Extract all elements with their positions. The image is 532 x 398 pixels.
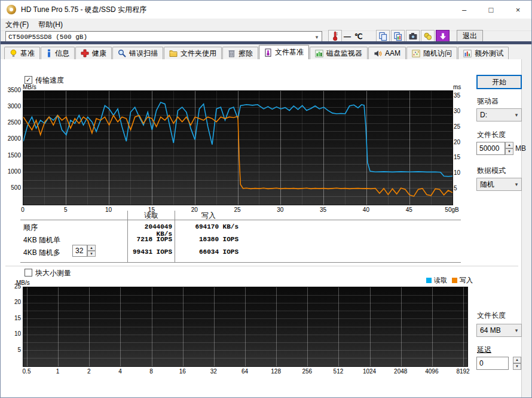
data-mode-select[interactable]: 随机 ▾	[476, 178, 522, 191]
row-label-sequential: 顺序	[23, 223, 38, 233]
tab-label: 额外测试	[475, 48, 503, 59]
exit-button[interactable]: 退出	[457, 30, 483, 42]
file-length-unit: MB	[515, 144, 526, 153]
chart1-y2-unit: ms	[453, 84, 461, 90]
spin-down-icon[interactable]: ▼	[505, 148, 513, 155]
file-length-input[interactable]: 50000	[476, 142, 505, 155]
4k-multi-write-value: 66034 IOPS	[176, 248, 239, 256]
tab-label: AAM	[385, 49, 400, 57]
chevron-down-icon: ▾	[512, 327, 521, 333]
transfer-speed-label: 传输速度	[35, 75, 64, 86]
copy-text-button[interactable]	[376, 30, 390, 42]
coins-icon	[423, 32, 433, 41]
copy-image-button[interactable]	[391, 30, 405, 42]
read-column-header: 读取	[128, 211, 175, 221]
tab-info[interactable]: 信息	[41, 47, 75, 59]
queue-depth-spinner[interactable]: ▲ ▼	[87, 245, 96, 257]
transfer-speed-chart	[23, 90, 453, 205]
tab-random-access[interactable]: 随机访问	[406, 47, 457, 59]
menubar: 文件(F) 帮助(H)	[1, 19, 531, 31]
bulb-icon	[10, 49, 17, 57]
temperature-value: —	[344, 32, 351, 41]
temperature-button[interactable]	[328, 30, 342, 42]
trash-icon	[228, 49, 236, 57]
latency-value: 0	[479, 359, 484, 367]
app-logo-icon	[7, 5, 16, 14]
block-size-label: 块大小测量	[35, 268, 71, 278]
magnifier-icon	[118, 49, 126, 57]
app-window: HD Tune Pro 5.75 - 硬盘/SSD 实用程序 – □ × 文件(…	[0, 0, 532, 398]
block-file-length-value: 64 MB	[477, 326, 512, 335]
data-mode-label: 数据模式	[477, 166, 506, 176]
download-arrow-icon	[439, 32, 447, 41]
4k-single-read-value: 7218 IOPS	[128, 236, 172, 243]
drive-select[interactable]: D: ▾	[476, 108, 522, 121]
section-divider	[5, 266, 518, 266]
chevron-down-icon: ▾	[312, 34, 322, 40]
chart2-legend: 读取 写入	[413, 276, 473, 285]
tab-error-scan[interactable]: 错误扫描	[112, 47, 163, 59]
camera-icon	[408, 32, 418, 41]
tab-file-benchmark[interactable]: 文件基准	[259, 45, 309, 59]
queue-depth-input[interactable]: 32	[72, 245, 87, 257]
tab-health[interactable]: 健康	[75, 47, 112, 59]
tab-label: 健康	[92, 48, 106, 59]
minimize-button[interactable]: –	[451, 1, 478, 19]
menu-help[interactable]: 帮助(H)	[33, 19, 68, 31]
temperature-display: — ℃	[344, 31, 362, 42]
tab-disk-monitor[interactable]: 磁盘监视器	[310, 47, 368, 59]
tab-extra-tests[interactable]: 额外测试	[458, 47, 509, 59]
latency-input[interactable]: 0	[476, 357, 509, 370]
4k-multi-read-value: 99431 IOPS	[128, 248, 172, 256]
register-button[interactable]	[421, 30, 435, 42]
menu-file[interactable]: 文件(F)	[1, 19, 33, 31]
write-legend-swatch	[452, 278, 457, 283]
tab-label: 基准	[20, 48, 35, 59]
file-length-spinner[interactable]: ▲ ▼	[505, 142, 513, 155]
file-length-value: 50000	[479, 144, 499, 153]
close-button[interactable]: ×	[505, 1, 531, 19]
block-file-length-select[interactable]: 64 MB ▾	[476, 324, 522, 337]
update-download-button[interactable]	[436, 30, 450, 42]
screenshot-button[interactable]	[406, 30, 420, 42]
read-legend-label: 读取	[434, 276, 447, 285]
tab-label: 信息	[55, 48, 69, 59]
accent-separator	[1, 41, 532, 44]
write-legend-label: 写入	[460, 276, 473, 285]
queue-depth-value: 32	[75, 247, 83, 255]
window-title: HD Tune Pro 5.75 - 硬盘/SSD 实用程序	[21, 5, 146, 15]
health-cross-icon	[81, 49, 89, 57]
tab-aam[interactable]: AAM	[368, 47, 406, 59]
4k-single-write-value: 18380 IOPS	[176, 236, 239, 243]
tab-label: 文件基准	[275, 47, 304, 57]
block-size-chart	[23, 287, 468, 367]
chevron-down-icon: ▾	[512, 112, 521, 118]
read-legend-swatch	[426, 278, 432, 283]
scatter-icon	[412, 50, 420, 57]
spin-up-icon[interactable]: ▲	[87, 245, 96, 251]
drive-label: 驱动器	[477, 96, 499, 107]
tabbar: 基准 信息 健康 错误扫描 文件夹使用 擦除 文件基准 磁盘监视器	[4, 45, 530, 59]
block-size-checkbox[interactable]	[25, 269, 32, 277]
tab-label: 错误扫描	[129, 48, 158, 59]
spin-down-icon[interactable]: ▼	[87, 251, 96, 257]
write-column-header: 写入	[175, 211, 242, 221]
row-label-4k-single: 4KB 随机单	[23, 235, 60, 245]
info-icon	[46, 49, 52, 57]
copy-icon	[378, 32, 388, 41]
latency-label: 延迟	[477, 345, 491, 355]
speaker-icon	[374, 50, 382, 57]
start-button[interactable]: 开始	[476, 75, 522, 89]
spin-up-icon[interactable]: ▲	[505, 142, 513, 148]
maximize-button[interactable]: □	[478, 1, 505, 19]
latency-spinner[interactable]: ▲ ▼	[513, 357, 521, 370]
temperature-unit: ℃	[354, 32, 362, 41]
tab-folder-usage[interactable]: 文件夹使用	[164, 47, 222, 59]
copy-image-icon	[393, 32, 403, 41]
transfer-speed-checkbox[interactable]	[25, 76, 32, 84]
spin-up-icon[interactable]: ▲	[513, 357, 521, 363]
spin-down-icon[interactable]: ▼	[513, 363, 521, 370]
drive-selector-value: CT500P5SSD8 (500 gB)	[6, 34, 312, 41]
tab-erase[interactable]: 擦除	[222, 47, 258, 59]
tab-benchmark[interactable]: 基准	[4, 47, 40, 59]
